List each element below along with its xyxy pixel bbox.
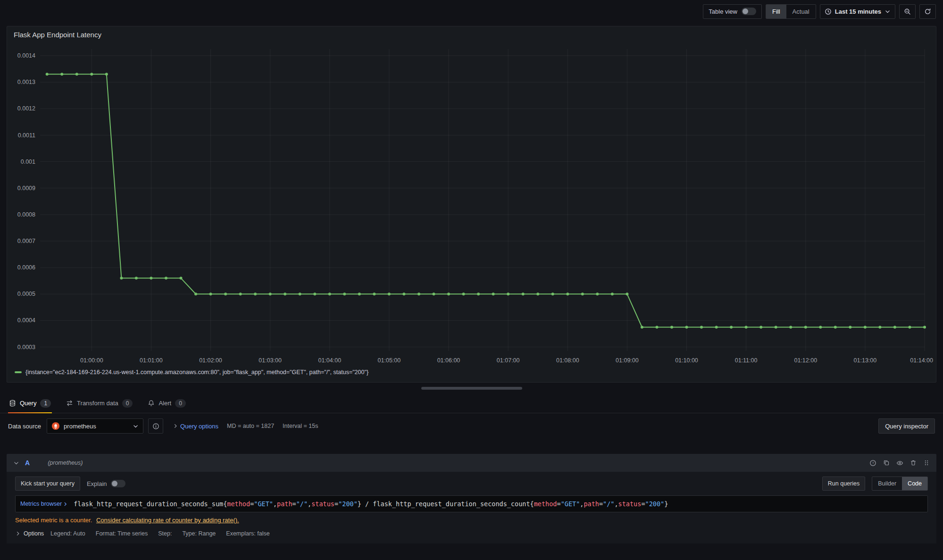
panel-title[interactable]: Flask App Endpoint Latency	[7, 26, 936, 42]
svg-text:01:10:00: 01:10:00	[675, 357, 698, 364]
tab-query[interactable]: Query 1	[8, 393, 52, 413]
svg-text:0.0011: 0.0011	[18, 132, 35, 139]
switch-knob	[112, 481, 117, 486]
refresh-button[interactable]	[919, 4, 936, 19]
chevron-down-icon	[133, 423, 139, 429]
query-row-actions: ?	[869, 460, 930, 467]
svg-text:01:03:00: 01:03:00	[259, 357, 282, 364]
svg-text:01:02:00: 01:02:00	[199, 357, 222, 364]
datasource-picker[interactable]: prometheus	[47, 418, 143, 434]
svg-text:0.0008: 0.0008	[17, 211, 35, 218]
interval-value: Interval = 15s	[283, 423, 318, 429]
zoom-out-button[interactable]	[899, 4, 916, 19]
tab-transform-data[interactable]: Transform data 0	[65, 393, 134, 413]
panel-resize-handle[interactable]	[421, 387, 522, 390]
tab-count-badge: 0	[175, 399, 186, 408]
svg-text:01:01:00: 01:01:00	[140, 357, 163, 364]
builder-code-group: Builder Code	[872, 476, 928, 491]
chevron-right-icon	[63, 501, 68, 507]
chevron-right-icon	[15, 531, 21, 536]
query-inspector-button[interactable]: Query inspector	[878, 418, 935, 434]
eye-icon[interactable]	[896, 460, 903, 467]
switch-knob	[743, 8, 748, 14]
datasource-help-button[interactable]	[148, 418, 163, 434]
option-type: Type: Range	[182, 530, 216, 537]
svg-text:01:12:00: 01:12:00	[794, 357, 817, 364]
tab-alert[interactable]: Alert 0	[147, 393, 186, 413]
transform-icon	[66, 400, 73, 407]
metrics-browser-toggle[interactable]: Metrics browser	[20, 501, 68, 507]
legend-series-swatch	[15, 371, 22, 373]
explain-switch[interactable]	[111, 480, 125, 487]
help-icon[interactable]: ?	[869, 460, 876, 467]
collapse-chevron-icon[interactable]	[13, 460, 19, 466]
svg-text:01:09:00: 01:09:00	[616, 357, 639, 364]
latency-chart[interactable]: 0.00030.00040.00050.00060.00070.00080.00…	[10, 42, 933, 367]
svg-text:01:14:00: 01:14:00	[910, 357, 933, 364]
refresh-icon	[924, 8, 931, 15]
rate-suggestion-link[interactable]: Consider calculating rate of counter by …	[96, 517, 239, 524]
svg-text:0.0006: 0.0006	[17, 264, 35, 271]
bell-icon	[148, 400, 155, 407]
copy-icon[interactable]	[883, 460, 890, 466]
legend-series-label[interactable]: {instance="ec2-184-169-216-224.us-west-1…	[25, 369, 368, 376]
query-expression[interactable]: flask_http_request_duration_seconds_sum{…	[74, 500, 668, 508]
fill-actual-group: Fill Actual	[766, 4, 816, 19]
time-range-picker[interactable]: Last 15 minutes	[820, 4, 895, 19]
database-icon	[9, 400, 16, 407]
explain-label: Explain	[87, 480, 107, 487]
query-section: A (prometheus) ? Kick start your query E…	[7, 454, 936, 543]
clock-icon	[825, 8, 832, 15]
query-datasource-hint: (prometheus)	[48, 460, 83, 466]
svg-text:0.0014: 0.0014	[17, 52, 35, 59]
svg-text:0.0012: 0.0012	[17, 105, 35, 112]
svg-text:01:05:00: 01:05:00	[378, 357, 401, 364]
svg-text:0.0003: 0.0003	[17, 344, 35, 351]
zoom-out-icon	[904, 8, 911, 15]
option-format: Format: Time series	[96, 530, 148, 537]
svg-text:01:07:00: 01:07:00	[497, 357, 520, 364]
query-editor-body: Kick start your query Explain Run querie…	[7, 472, 936, 543]
option-step: Step:	[158, 530, 172, 537]
svg-text:0.001: 0.001	[21, 159, 35, 165]
query-options-toggle[interactable]: Query options	[173, 423, 218, 430]
builder-button[interactable]: Builder	[872, 477, 902, 490]
prometheus-icon	[51, 422, 60, 430]
table-view-label: Table view	[709, 8, 737, 15]
kick-start-query-button[interactable]: Kick start your query	[15, 476, 80, 491]
svg-text:?: ?	[872, 461, 874, 465]
option-legend: Legend: Auto	[50, 530, 85, 537]
svg-text:01:08:00: 01:08:00	[556, 357, 579, 364]
timeseries-panel: Flask App Endpoint Latency 0.00030.00040…	[7, 26, 936, 383]
svg-text:0.0009: 0.0009	[17, 185, 35, 192]
svg-text:01:13:00: 01:13:00	[854, 357, 877, 364]
svg-text:01:00:00: 01:00:00	[80, 357, 103, 364]
query-row-header[interactable]: A (prometheus) ?	[7, 454, 936, 472]
options-row[interactable]: Options Legend: Auto Format: Time series…	[15, 530, 928, 537]
svg-text:0.0004: 0.0004	[17, 317, 35, 324]
tab-count-badge: 1	[40, 399, 51, 408]
grip-icon[interactable]	[923, 460, 930, 466]
datasource-value: prometheus	[64, 423, 129, 430]
options-label[interactable]: Options	[24, 530, 44, 537]
svg-text:0.0013: 0.0013	[17, 79, 35, 85]
code-button[interactable]: Code	[902, 477, 927, 490]
table-view-switch[interactable]	[742, 8, 756, 15]
counter-warning-text: Selected metric is a counter.	[15, 517, 92, 524]
max-data-points-value: MD = auto = 1827	[227, 423, 274, 429]
table-view-group: Table view	[703, 4, 762, 19]
datasource-row: Data source prometheus Query options MD …	[0, 413, 943, 439]
svg-text:0.0007: 0.0007	[17, 238, 35, 244]
promql-editor[interactable]: Metrics browser flask_http_request_durat…	[15, 495, 928, 512]
chevron-right-icon	[173, 423, 178, 429]
metrics-browser-label: Metrics browser	[20, 501, 62, 507]
trash-icon[interactable]	[910, 460, 917, 466]
fill-button[interactable]: Fill	[766, 5, 786, 18]
svg-text:01:06:00: 01:06:00	[437, 357, 460, 364]
actual-button[interactable]: Actual	[786, 5, 816, 18]
query-ref-id[interactable]: A	[25, 459, 30, 467]
chevron-down-icon	[885, 8, 891, 15]
query-editor-toolbar: Kick start your query Explain Run querie…	[15, 476, 928, 491]
tab-count-badge: 0	[122, 399, 133, 408]
run-queries-button[interactable]: Run queries	[822, 476, 865, 491]
